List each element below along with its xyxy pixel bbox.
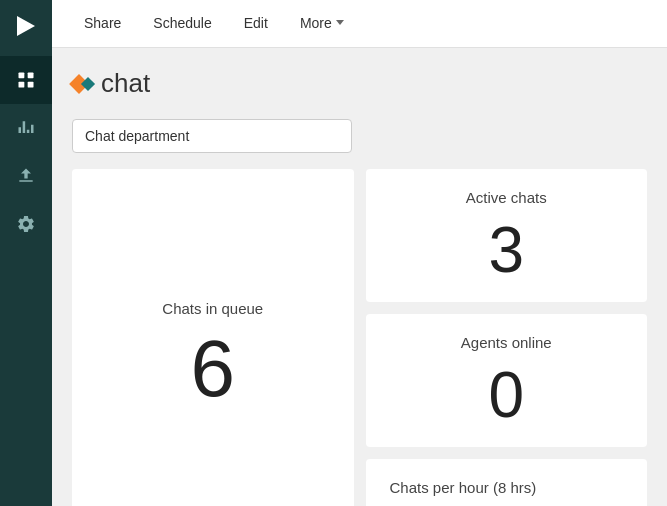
metric-card-active-chats: Active chats 3 [366,169,648,302]
agents-online-value: 0 [488,363,524,427]
content-area: chat Chat department Chats in queue 6 Ac… [52,48,667,506]
chat-logo [72,77,93,91]
grid-icon [16,70,36,90]
agents-online-label: Agents online [461,334,552,351]
svg-rect-3 [28,82,34,88]
chart-icon [16,118,36,138]
topnav-schedule[interactable]: Schedule [137,0,227,48]
department-selector[interactable]: Chat department [72,119,352,153]
chats-in-queue-label: Chats in queue [162,300,263,317]
topnav-share[interactable]: Share [68,0,137,48]
metric-card-agents-online: Agents online 0 [366,314,648,447]
sidebar-logo[interactable] [0,0,52,52]
topnav-more-label: More [300,15,332,31]
metrics-grid: Chats in queue 6 Active chats 3 Agents o… [72,169,647,506]
main-content: Share Schedule Edit More chat Chat depar… [52,0,667,506]
sidebar [0,0,52,506]
active-chats-value: 3 [488,218,524,282]
sidebar-item-home[interactable] [0,56,52,104]
page-title: chat [101,68,150,99]
play-icon [17,16,35,36]
sidebar-item-analytics[interactable] [0,104,52,152]
svg-rect-1 [28,73,34,79]
chats-in-queue-value: 6 [191,329,236,409]
topnav: Share Schedule Edit More [52,0,667,48]
active-chats-label: Active chats [466,189,547,206]
upload-icon [16,166,36,186]
svg-rect-2 [19,82,25,88]
topnav-edit[interactable]: Edit [228,0,284,48]
chats-per-hour-label: Chats per hour (8 hrs) [390,479,537,496]
page-header: chat [72,68,647,99]
chevron-down-icon [336,20,344,25]
topnav-more[interactable]: More [284,0,360,48]
sidebar-item-settings[interactable] [0,200,52,248]
svg-rect-0 [19,73,25,79]
metric-card-chats-per-hour: Chats per hour (8 hrs) [366,459,648,506]
metric-card-chats-in-queue: Chats in queue 6 [72,169,354,506]
gear-icon [16,214,36,234]
sidebar-item-upload[interactable] [0,152,52,200]
